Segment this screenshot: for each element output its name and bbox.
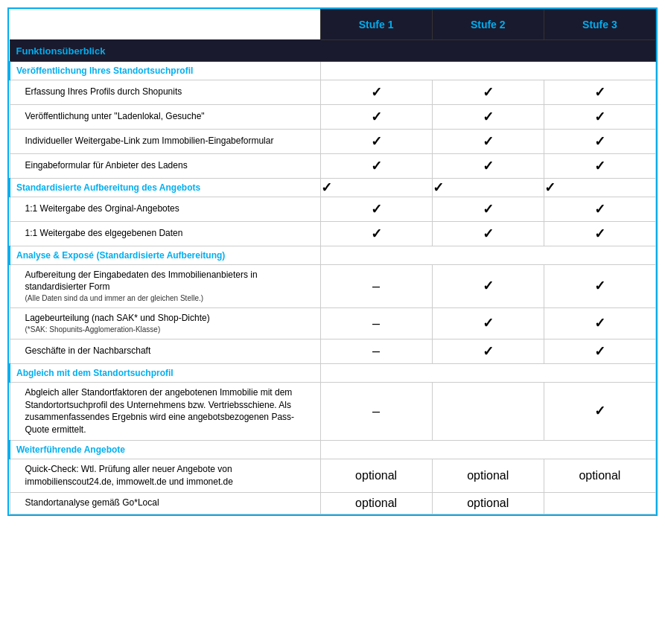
feature-section-label: Veröffentlichung Ihres Standortsuchprofi…: [10, 61, 320, 80]
check-cell: ✓: [544, 308, 655, 339]
feature-label: Erfassung Ihres Profils durch Shopunits: [10, 80, 320, 104]
table-row: Standortanalyse gemäß Go*Localoptionalop…: [10, 492, 656, 514]
check-cell: optional: [320, 492, 432, 514]
table-row: Eingabeformular für Anbieter des Ladens✓…: [10, 153, 656, 178]
check-cell: ✓: [320, 80, 432, 104]
feature-label: Lagebeurteilung (nach SAK* und Shop-Dich…: [10, 308, 320, 339]
feature-label: Quick-Check: Wtl. Prüfung aller neuer An…: [10, 459, 320, 493]
check-cell: ✓: [432, 264, 544, 308]
feature-column-header: [10, 10, 320, 40]
check-cell: optional: [432, 492, 544, 514]
check-cell: ✓: [432, 80, 544, 104]
feature-section-label: Weiterführende Angebote: [10, 441, 320, 459]
check-cell: –: [320, 382, 432, 440]
check-cell: ✓: [544, 153, 655, 178]
feature-label: Veröffentlichung unter "Ladenlokal, Gesu…: [10, 104, 320, 129]
check-cell: ✓: [432, 178, 544, 197]
table-row: 1:1 Weitergabe des Orginal-Angebotes✓✓✓: [10, 197, 656, 221]
table-row: Abgleich aller Standortfaktoren der ange…: [10, 382, 656, 440]
check-cell: ✓: [544, 104, 655, 129]
feature-label: 1:1 Weitergabe des elgegebenen Daten: [10, 221, 320, 246]
feature-label: 1:1 Weitergabe des Orginal-Angebotes: [10, 197, 320, 221]
check-cell: ✓: [320, 129, 432, 153]
check-cell: ✓: [432, 153, 544, 178]
check-cell: ✓: [432, 308, 544, 339]
table-row: Veröffentlichung unter "Ladenlokal, Gesu…: [10, 104, 656, 129]
check-cell: ✓: [432, 221, 544, 246]
main-section-header: Funktionsüberblick: [10, 40, 656, 62]
feature-label: Eingabeformular für Anbieter des Ladens: [10, 153, 320, 178]
feature-section-row: Abgleich mit dem Standortsuchprofil: [10, 363, 656, 382]
feature-label: Individueller Weitergabe-Link zum Immobi…: [10, 129, 320, 153]
check-cell: ✓: [432, 339, 544, 363]
feature-label: Aufbereitung der Eingabedaten des Immobi…: [10, 264, 320, 308]
comparison-table: Stufe 1 Stufe 2 Stufe 3 Funktionsüberbli…: [7, 7, 658, 516]
check-cell: ✓: [544, 221, 655, 246]
table-row: Lagebeurteilung (nach SAK* und Shop-Dich…: [10, 308, 656, 339]
check-cell: ✓: [544, 129, 655, 153]
check-cell: ✓: [544, 178, 655, 197]
check-cell: ✓: [320, 153, 432, 178]
check-cell: optional: [432, 459, 544, 493]
check-cell: optional: [544, 459, 655, 493]
feature-label: Geschäfte in der Nachbarschaft: [10, 339, 320, 363]
check-cell: [544, 492, 655, 514]
table-header: Stufe 1 Stufe 2 Stufe 3: [10, 10, 656, 40]
check-cell: ✓: [432, 129, 544, 153]
table-row: Geschäfte in der Nachbarschaft–✓✓: [10, 339, 656, 363]
check-cell: ✓: [432, 104, 544, 129]
check-cell: ✓: [544, 264, 655, 308]
table-row: 1:1 Weitergabe des elgegebenen Daten✓✓✓: [10, 221, 656, 246]
feature-section-label: Standardisierte Aufbereitung des Angebot…: [10, 178, 320, 197]
check-cell: –: [320, 264, 432, 308]
check-cell: –: [320, 339, 432, 363]
main-section-label: Funktionsüberblick: [10, 40, 656, 62]
table-row: Quick-Check: Wtl. Prüfung aller neuer An…: [10, 459, 656, 493]
feature-section-row: Analyse & Exposé (Standardisierte Aufber…: [10, 246, 656, 264]
check-cell: ✓: [320, 178, 432, 197]
check-cell: ✓: [320, 104, 432, 129]
check-cell: ✓: [544, 197, 655, 221]
feature-section-label: Abgleich mit dem Standortsuchprofil: [10, 363, 320, 382]
stufe3-header: Stufe 3: [544, 10, 655, 40]
feature-section-label: Analyse & Exposé (Standardisierte Aufber…: [10, 246, 320, 264]
stufe1-header: Stufe 1: [320, 10, 432, 40]
table-row: Erfassung Ihres Profils durch Shopunits✓…: [10, 80, 656, 104]
table-row: Aufbereitung der Eingabedaten des Immobi…: [10, 264, 656, 308]
feature-section-row: Weiterführende Angebote: [10, 441, 656, 459]
check-cell: [432, 382, 544, 440]
check-cell: ✓: [432, 197, 544, 221]
stufe2-header: Stufe 2: [432, 10, 544, 40]
check-cell: ✓: [544, 339, 655, 363]
feature-label: Standortanalyse gemäß Go*Local: [10, 492, 320, 514]
feature-label: Abgleich aller Standortfaktoren der ange…: [10, 382, 320, 440]
check-cell: optional: [320, 459, 432, 493]
feature-section-row: Standardisierte Aufbereitung des Angebot…: [10, 178, 656, 197]
check-cell: ✓: [544, 80, 655, 104]
feature-section-row: Veröffentlichung Ihres Standortsuchprofi…: [10, 61, 656, 80]
check-cell: ✓: [320, 221, 432, 246]
check-cell: ✓: [320, 197, 432, 221]
check-cell: –: [320, 308, 432, 339]
check-cell: ✓: [544, 382, 655, 440]
table-row: Individueller Weitergabe-Link zum Immobi…: [10, 129, 656, 153]
